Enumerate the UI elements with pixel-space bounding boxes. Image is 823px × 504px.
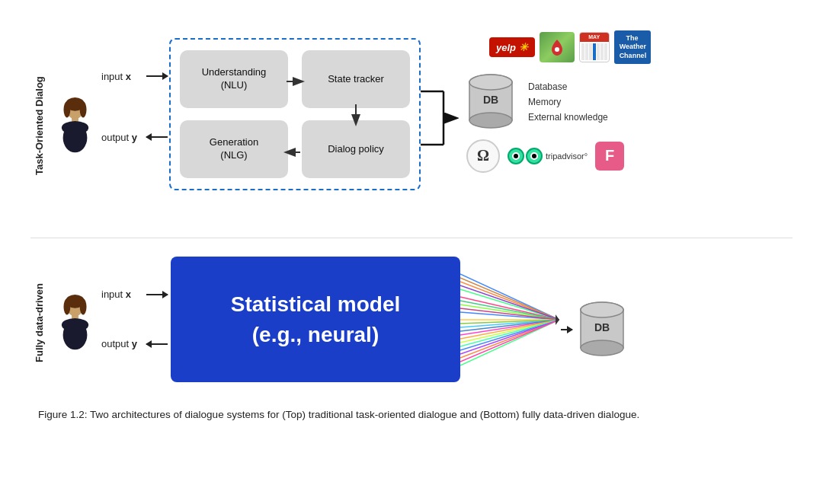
nlu-box: Understanding(NLU) (180, 50, 288, 108)
statistical-model-box: Statistical model (e.g., neural) (171, 257, 460, 382)
input-label-top: input x (101, 71, 143, 82)
svg-point-23 (64, 298, 71, 314)
state-tracker-box: State tracker (302, 50, 410, 108)
input-arrow-top (146, 75, 168, 77)
tripadvisor-label: tripadvisor° (546, 152, 588, 161)
top-section-label: Task-Oriented Dialog (30, 15, 47, 236)
svg-point-55 (581, 302, 623, 317)
ext-knowledge-text: Database Memory External knowledge (528, 79, 608, 126)
svg-point-18 (469, 113, 512, 128)
svg-point-6 (62, 120, 88, 134)
output-arrow-top (146, 136, 168, 138)
wikipedia-logo: Ω (466, 139, 500, 173)
output-label-bottom: output y (101, 338, 143, 349)
pipeline-box: Understanding(NLU) State tracker Generat… (169, 38, 421, 190)
svg-point-2 (64, 101, 71, 117)
foursquare-logo: F (595, 142, 624, 171)
output-label-top: output y (101, 132, 143, 143)
to-db-arrows (421, 57, 459, 179)
avatar-top (50, 15, 100, 236)
weather-channel-logo: The Weather Channel (614, 30, 651, 64)
svg-point-19 (469, 75, 512, 90)
input-arrow-bottom (146, 294, 168, 295)
calendar-logo: MAY (579, 32, 610, 62)
svg-text:DB: DB (594, 321, 610, 333)
db-cylinder-bottom: DB (578, 257, 627, 403)
map-logo (540, 32, 575, 62)
input-label-bottom: input x (101, 289, 143, 300)
top-right-area: yelp ✳ MAY (466, 30, 793, 236)
section-divider (30, 238, 793, 238)
output-arrow-bottom (146, 343, 168, 345)
yelp-logo: yelp ✳ (489, 37, 535, 57)
neural-net-visual (460, 257, 559, 382)
avatar-bottom (50, 243, 100, 403)
db-cylinder-top: DB (466, 70, 516, 135)
svg-point-3 (80, 101, 87, 117)
to-db-arrow-bottom (561, 329, 572, 330)
svg-point-27 (62, 317, 88, 331)
nlg-box: Generation(NLG) (180, 120, 288, 178)
svg-point-24 (80, 298, 87, 314)
dialog-policy-box: Dialog policy (302, 120, 410, 178)
svg-text:DB: DB (483, 94, 498, 106)
tripadvisor-logo: tripadvisor° (508, 148, 588, 164)
svg-point-54 (581, 340, 623, 356)
figure-caption: Figure 1.2: Two architectures of dialogu… (30, 403, 793, 423)
svg-point-15 (555, 47, 559, 52)
bottom-section-label: Fully data-driven (30, 243, 47, 403)
